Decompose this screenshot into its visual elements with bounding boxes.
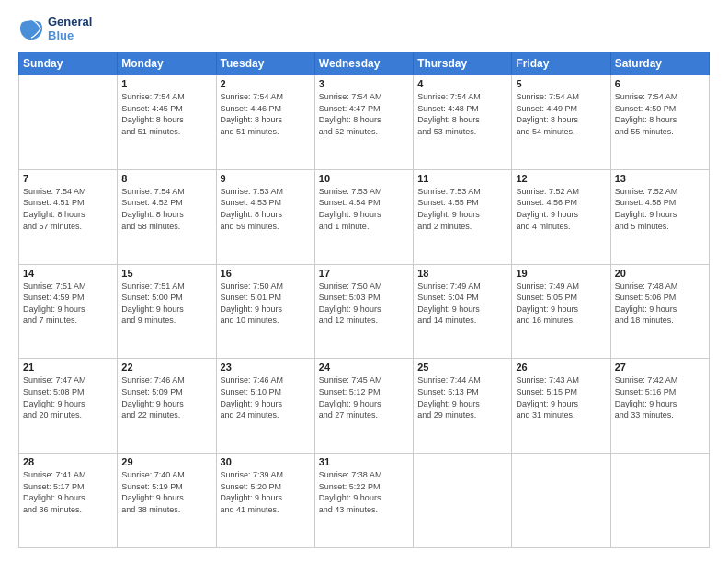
- page: General Blue SundayMondayTuesdayWednesda…: [0, 0, 728, 563]
- day-number: 8: [121, 173, 211, 184]
- day-info: Sunrise: 7:52 AMSunset: 4:58 PMDaylight:…: [615, 186, 705, 232]
- calendar-cell: 22Sunrise: 7:46 AMSunset: 5:09 PMDayligh…: [118, 359, 216, 454]
- calendar-cell: 29Sunrise: 7:40 AMSunset: 5:19 PMDayligh…: [118, 454, 216, 548]
- calendar-cell: 17Sunrise: 7:50 AMSunset: 5:03 PMDayligh…: [314, 264, 413, 359]
- day-info: Sunrise: 7:53 AMSunset: 4:53 PMDaylight:…: [221, 186, 311, 232]
- calendar-cell: 13Sunrise: 7:52 AMSunset: 4:58 PMDayligh…: [610, 169, 709, 264]
- day-number: 26: [516, 362, 606, 373]
- day-info: Sunrise: 7:38 AMSunset: 5:22 PMDaylight:…: [319, 469, 409, 515]
- day-number: 18: [417, 268, 507, 279]
- calendar-cell: 6Sunrise: 7:54 AMSunset: 4:50 PMDaylight…: [610, 75, 709, 170]
- day-info: Sunrise: 7:54 AMSunset: 4:48 PMDaylight:…: [417, 91, 507, 137]
- calendar-cell: 4Sunrise: 7:54 AMSunset: 4:48 PMDaylight…: [414, 75, 512, 170]
- day-info: Sunrise: 7:54 AMSunset: 4:52 PMDaylight:…: [121, 186, 211, 232]
- calendar-cell: 11Sunrise: 7:53 AMSunset: 4:55 PMDayligh…: [414, 169, 512, 264]
- calendar-cell: 23Sunrise: 7:46 AMSunset: 5:10 PMDayligh…: [216, 359, 314, 454]
- day-info: Sunrise: 7:44 AMSunset: 5:13 PMDaylight:…: [417, 374, 507, 420]
- day-number: 10: [319, 173, 409, 184]
- calendar-cell: 5Sunrise: 7:54 AMSunset: 4:49 PMDaylight…: [512, 75, 610, 170]
- day-number: 25: [417, 362, 507, 373]
- day-number: 27: [615, 362, 705, 373]
- day-number: 13: [615, 173, 705, 184]
- day-number: 7: [23, 173, 113, 184]
- day-info: Sunrise: 7:40 AMSunset: 5:19 PMDaylight:…: [121, 469, 211, 515]
- day-number: 15: [121, 268, 211, 279]
- logo: General Blue: [18, 15, 92, 42]
- calendar-cell: 27Sunrise: 7:42 AMSunset: 5:16 PMDayligh…: [610, 359, 709, 454]
- day-number: 2: [221, 78, 311, 89]
- weekday-header-friday: Friday: [512, 52, 610, 75]
- week-row-4: 21Sunrise: 7:47 AMSunset: 5:08 PMDayligh…: [19, 359, 710, 454]
- calendar-cell: 3Sunrise: 7:54 AMSunset: 4:47 PMDaylight…: [314, 75, 413, 170]
- calendar-cell: 20Sunrise: 7:48 AMSunset: 5:06 PMDayligh…: [610, 264, 709, 359]
- day-info: Sunrise: 7:54 AMSunset: 4:50 PMDaylight:…: [615, 91, 705, 137]
- day-info: Sunrise: 7:49 AMSunset: 5:04 PMDaylight:…: [417, 281, 507, 327]
- header: General Blue: [18, 15, 710, 42]
- calendar-cell: 18Sunrise: 7:49 AMSunset: 5:04 PMDayligh…: [414, 264, 512, 359]
- day-number: 3: [319, 78, 409, 89]
- calendar-cell: 31Sunrise: 7:38 AMSunset: 5:22 PMDayligh…: [314, 454, 413, 548]
- day-number: 23: [221, 362, 311, 373]
- day-info: Sunrise: 7:54 AMSunset: 4:45 PMDaylight:…: [121, 91, 211, 137]
- calendar-cell: 10Sunrise: 7:53 AMSunset: 4:54 PMDayligh…: [314, 169, 413, 264]
- calendar-cell: 14Sunrise: 7:51 AMSunset: 4:59 PMDayligh…: [19, 264, 118, 359]
- day-number: 6: [615, 78, 705, 89]
- day-number: 28: [23, 456, 113, 467]
- day-info: Sunrise: 7:49 AMSunset: 5:05 PMDaylight:…: [516, 281, 606, 327]
- weekday-header-sunday: Sunday: [19, 52, 118, 75]
- day-info: Sunrise: 7:42 AMSunset: 5:16 PMDaylight:…: [615, 374, 705, 420]
- calendar-cell: [19, 75, 118, 170]
- day-info: Sunrise: 7:41 AMSunset: 5:17 PMDaylight:…: [23, 469, 113, 515]
- day-number: 17: [319, 268, 409, 279]
- calendar-cell: 21Sunrise: 7:47 AMSunset: 5:08 PMDayligh…: [19, 359, 118, 454]
- calendar-cell: 25Sunrise: 7:44 AMSunset: 5:13 PMDayligh…: [414, 359, 512, 454]
- day-info: Sunrise: 7:53 AMSunset: 4:55 PMDaylight:…: [417, 186, 507, 232]
- calendar-cell: [414, 454, 512, 548]
- calendar-cell: 1Sunrise: 7:54 AMSunset: 4:45 PMDaylight…: [118, 75, 216, 170]
- day-info: Sunrise: 7:46 AMSunset: 5:10 PMDaylight:…: [221, 374, 311, 420]
- logo-text: General Blue: [48, 15, 92, 42]
- calendar-cell: 7Sunrise: 7:54 AMSunset: 4:51 PMDaylight…: [19, 169, 118, 264]
- week-row-1: 1Sunrise: 7:54 AMSunset: 4:45 PMDaylight…: [19, 75, 710, 170]
- logo-icon: [18, 16, 44, 41]
- weekday-header-thursday: Thursday: [414, 52, 512, 75]
- day-number: 5: [516, 78, 606, 89]
- day-number: 12: [516, 173, 606, 184]
- calendar-cell: 12Sunrise: 7:52 AMSunset: 4:56 PMDayligh…: [512, 169, 610, 264]
- day-number: 16: [221, 268, 311, 279]
- day-info: Sunrise: 7:45 AMSunset: 5:12 PMDaylight:…: [319, 374, 409, 420]
- day-info: Sunrise: 7:54 AMSunset: 4:49 PMDaylight:…: [516, 91, 606, 137]
- calendar-cell: 8Sunrise: 7:54 AMSunset: 4:52 PMDaylight…: [118, 169, 216, 264]
- calendar-cell: 2Sunrise: 7:54 AMSunset: 4:46 PMDaylight…: [216, 75, 314, 170]
- weekday-header-saturday: Saturday: [610, 52, 709, 75]
- weekday-header-tuesday: Tuesday: [216, 52, 314, 75]
- week-row-3: 14Sunrise: 7:51 AMSunset: 4:59 PMDayligh…: [19, 264, 710, 359]
- weekday-header-wednesday: Wednesday: [314, 52, 413, 75]
- day-number: 31: [319, 456, 409, 467]
- day-info: Sunrise: 7:54 AMSunset: 4:47 PMDaylight:…: [319, 91, 409, 137]
- calendar-cell: 30Sunrise: 7:39 AMSunset: 5:20 PMDayligh…: [216, 454, 314, 548]
- day-info: Sunrise: 7:50 AMSunset: 5:01 PMDaylight:…: [221, 281, 311, 327]
- weekday-header-monday: Monday: [118, 52, 216, 75]
- calendar-cell: 15Sunrise: 7:51 AMSunset: 5:00 PMDayligh…: [118, 264, 216, 359]
- calendar-cell: [610, 454, 709, 548]
- week-row-5: 28Sunrise: 7:41 AMSunset: 5:17 PMDayligh…: [19, 454, 710, 548]
- day-info: Sunrise: 7:47 AMSunset: 5:08 PMDaylight:…: [23, 374, 113, 420]
- weekday-header-row: SundayMondayTuesdayWednesdayThursdayFrid…: [19, 52, 710, 75]
- day-number: 24: [319, 362, 409, 373]
- day-info: Sunrise: 7:54 AMSunset: 4:46 PMDaylight:…: [221, 91, 311, 137]
- day-info: Sunrise: 7:39 AMSunset: 5:20 PMDaylight:…: [221, 469, 311, 515]
- day-number: 30: [221, 456, 311, 467]
- calendar-cell: 16Sunrise: 7:50 AMSunset: 5:01 PMDayligh…: [216, 264, 314, 359]
- day-info: Sunrise: 7:51 AMSunset: 5:00 PMDaylight:…: [121, 281, 211, 327]
- day-info: Sunrise: 7:54 AMSunset: 4:51 PMDaylight:…: [23, 186, 113, 232]
- day-info: Sunrise: 7:52 AMSunset: 4:56 PMDaylight:…: [516, 186, 606, 232]
- calendar-cell: 24Sunrise: 7:45 AMSunset: 5:12 PMDayligh…: [314, 359, 413, 454]
- day-number: 4: [417, 78, 507, 89]
- day-number: 22: [121, 362, 211, 373]
- day-info: Sunrise: 7:43 AMSunset: 5:15 PMDaylight:…: [516, 374, 606, 420]
- day-number: 11: [417, 173, 507, 184]
- day-number: 9: [221, 173, 311, 184]
- calendar-cell: 26Sunrise: 7:43 AMSunset: 5:15 PMDayligh…: [512, 359, 610, 454]
- day-info: Sunrise: 7:51 AMSunset: 4:59 PMDaylight:…: [23, 281, 113, 327]
